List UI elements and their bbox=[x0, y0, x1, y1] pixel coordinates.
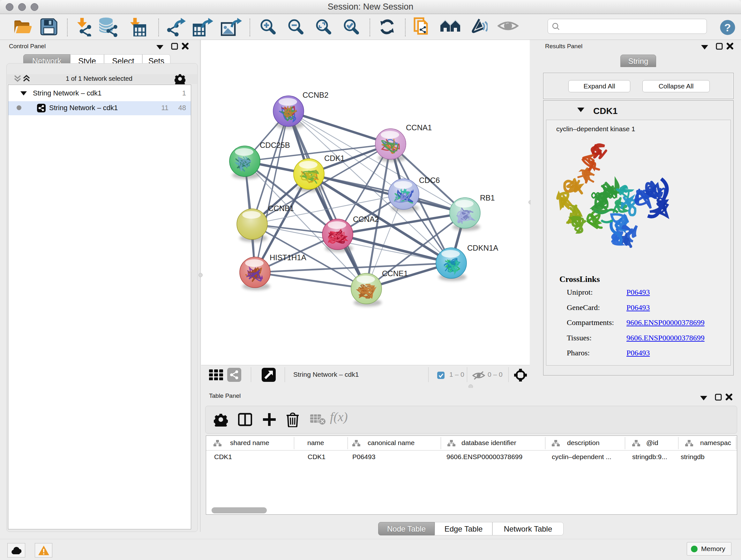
svg-text:CCNB1: CCNB1 bbox=[268, 204, 294, 212]
svg-text:CCNA2: CCNA2 bbox=[353, 215, 379, 224]
svg-text:CCNA1: CCNA1 bbox=[406, 123, 432, 132]
svg-text:CCNB2: CCNB2 bbox=[302, 91, 328, 99]
svg-text:RB1: RB1 bbox=[480, 193, 495, 202]
svg-text:CDKN1A: CDKN1A bbox=[467, 244, 498, 252]
svg-text:CDK1: CDK1 bbox=[324, 154, 345, 163]
svg-text:CCNE1: CCNE1 bbox=[382, 269, 408, 278]
svg-text:CDC6: CDC6 bbox=[419, 176, 440, 185]
svg-text:HIST1H1A: HIST1H1A bbox=[270, 253, 307, 262]
svg-text:CDC25B: CDC25B bbox=[260, 141, 290, 149]
svg-text:?: ? bbox=[724, 21, 731, 34]
